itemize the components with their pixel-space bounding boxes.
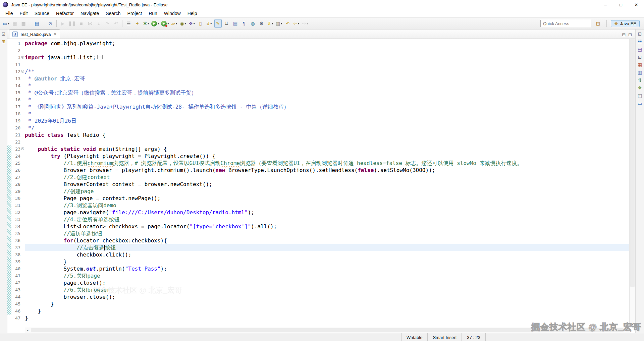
code-line-39[interactable]: 39 } xyxy=(7,258,635,265)
dropdown-arrow-icon[interactable]: ▾ xyxy=(272,22,273,25)
fold-collapse-icon[interactable]: − xyxy=(21,70,24,73)
code-line-3[interactable]: 3+import java.util.List; xyxy=(7,54,635,61)
code-line-17[interactable]: 17 * 《刚刚问世》系列初窥篇-Java+Playwright自动化测试-28… xyxy=(7,103,635,110)
open-perspective-button[interactable]: ⊞ xyxy=(594,19,602,28)
open-type-hierarchy-button[interactable]: ▤ xyxy=(232,19,239,28)
maximize-editor-icon[interactable]: ⊡ xyxy=(628,32,632,37)
code-line-16[interactable]: 16 * xyxy=(7,96,635,103)
git-staging-view-icon[interactable]: ⇅ xyxy=(638,78,642,82)
fold-collapse-icon[interactable]: − xyxy=(21,147,24,150)
code-line-26[interactable]: 26 Browser browser = playwright.chromium… xyxy=(7,167,635,174)
code-line-31[interactable]: 31 //3.浏览器访问demo xyxy=(7,202,635,209)
code-line-37[interactable]: 37 //点击复选按钮 xyxy=(7,244,635,251)
next-annotation-button[interactable]: ⇊ xyxy=(223,19,230,28)
menu-help[interactable]: Help xyxy=(184,10,201,17)
last-edit-location-button[interactable]: ↶ xyxy=(284,19,291,28)
code-line-29[interactable]: 29 //创建page xyxy=(7,188,635,195)
menu-search[interactable]: Search xyxy=(102,10,124,17)
code-line-32[interactable]: 32 page.navigate("file:///C:/Users/duhon… xyxy=(7,209,635,216)
menu-file[interactable]: File xyxy=(2,10,16,17)
menu-window[interactable]: Window xyxy=(161,10,184,17)
tab-close-icon[interactable]: ✕ xyxy=(54,32,57,37)
code-line-28[interactable]: 28 BrowserContext context = browser.newC… xyxy=(7,181,635,188)
code-line-36[interactable]: 36 for(Locator checkbox:checkboxs){ xyxy=(7,237,635,244)
code-line-21[interactable]: 21public class Test_Radio { xyxy=(7,131,635,138)
maximize-button[interactable]: □ xyxy=(613,0,629,9)
dropdown-arrow-icon[interactable]: ▾ xyxy=(194,22,195,25)
open-element-button[interactable]: ▤ xyxy=(33,19,41,28)
web-browser-button[interactable]: ◍ xyxy=(249,19,257,28)
restore-view-icon[interactable]: ⊡ xyxy=(638,32,642,36)
resume-button[interactable]: ▶ xyxy=(59,19,66,28)
dropdown-arrow-icon[interactable]: ▾ xyxy=(158,22,159,25)
new-snippet-button[interactable]: ▨▾ xyxy=(275,19,283,28)
fold-expand-icon[interactable]: + xyxy=(21,56,24,59)
dropdown-arrow-icon[interactable]: ▾ xyxy=(185,22,186,25)
code-line-12[interactable]: 12−/** xyxy=(7,68,635,75)
save-all-button[interactable]: ▩ xyxy=(20,19,27,28)
menu-project[interactable]: Project xyxy=(124,10,146,17)
quick-access-input[interactable] xyxy=(540,20,591,27)
debug-button[interactable]: ✱▾ xyxy=(142,19,150,28)
dropdown-arrow-icon[interactable]: ▾ xyxy=(167,22,169,25)
console-view-icon[interactable]: ▭ xyxy=(638,101,642,106)
run-on-server-button[interactable]: ⚙ xyxy=(258,19,265,28)
close-button[interactable]: ✕ xyxy=(629,0,644,9)
code-line-22[interactable]: 22 xyxy=(7,138,635,146)
dropdown-arrow-icon[interactable]: ▾ xyxy=(298,22,299,25)
menu-edit[interactable]: Edit xyxy=(16,10,31,17)
coverage-button[interactable]: ◉▾ xyxy=(179,19,187,28)
tab-test-radio-java[interactable]: J Test_Radio.java ✕ xyxy=(9,30,60,39)
open-task-button[interactable]: ▯ xyxy=(197,19,204,28)
run-last-launch-button[interactable]: ☰ xyxy=(125,19,132,28)
minimize-button[interactable]: – xyxy=(598,0,613,9)
step-into-button[interactable]: ⇣ xyxy=(95,19,102,28)
dropdown-arrow-icon[interactable]: ▾ xyxy=(8,22,9,25)
task-list-view-icon[interactable]: ▤ xyxy=(638,47,642,52)
code-line-46[interactable]: 46 } xyxy=(7,307,635,315)
profile-button[interactable]: ✦ xyxy=(133,19,141,28)
vertical-scrollbar-thumb[interactable] xyxy=(630,39,635,287)
code-line-23[interactable]: 23− public static void main(String[] arg… xyxy=(7,146,635,153)
code-line-13[interactable]: 13 * @author 北京-宏哥 xyxy=(7,75,635,82)
search-button[interactable]: ☌▾ xyxy=(206,19,213,28)
project-explorer-view-icon[interactable]: ❖ xyxy=(638,86,642,90)
menu-navigate[interactable]: Navigate xyxy=(77,10,102,17)
code-line-47[interactable]: 47} xyxy=(7,315,635,322)
code-line-11[interactable]: 11 xyxy=(7,61,635,68)
vertical-scrollbar[interactable]: ▾ xyxy=(629,39,635,327)
code-line-27[interactable]: 27 //2.创建context xyxy=(7,174,635,181)
disconnect-button[interactable]: ⋈ xyxy=(86,19,94,28)
new-web-wizard-button[interactable]: ▱▾ xyxy=(171,19,178,28)
restore-editor-icon[interactable]: ⊡ xyxy=(638,55,642,59)
servers-view-icon[interactable]: ▦ xyxy=(638,62,642,67)
code-line-19[interactable]: 19 * 2025年01月26日 xyxy=(7,117,635,124)
java-ee-perspective-button[interactable]: ❖ Java EE xyxy=(611,20,640,27)
dropdown-arrow-icon[interactable]: ▾ xyxy=(148,22,149,25)
outline-view-icon[interactable]: ☷ xyxy=(638,39,642,44)
code-line-33[interactable]: 33 //4.定位所有单选按钮 xyxy=(7,216,635,223)
code-line-14[interactable]: 14 * xyxy=(7,82,635,89)
external-tools-button[interactable]: ▶▾ xyxy=(161,19,169,28)
menu-run[interactable]: Run xyxy=(145,10,161,17)
code-editor[interactable]: 1package com.bjhg.playwright;23+import j… xyxy=(7,39,635,333)
code-line-34[interactable]: 34 List<Locator> checkboxs = page.locato… xyxy=(7,223,635,230)
code-line-40[interactable]: 40 System.out.println("Test Pass"); xyxy=(7,265,635,272)
code-line-45[interactable]: 45 } xyxy=(7,300,635,307)
code-line-38[interactable]: 38 checkbox.click(); xyxy=(7,251,635,258)
suspend-button[interactable]: ❚❚ xyxy=(68,19,76,28)
menu-refactor[interactable]: Refactor xyxy=(53,10,77,17)
toggle-mark-occurrences-button[interactable]: ✎ xyxy=(214,19,222,28)
dropdown-arrow-icon[interactable]: ▾ xyxy=(210,22,212,25)
show-whitespace-button[interactable]: ¶ xyxy=(240,19,248,28)
package-explorer-icon[interactable]: ⊞ xyxy=(2,39,6,44)
snippets-view-icon[interactable]: ◳ xyxy=(638,93,642,98)
dropdown-arrow-icon[interactable]: ▾ xyxy=(176,22,177,25)
code-line-2[interactable]: 2 xyxy=(7,47,635,54)
minimize-editor-icon[interactable]: ⊟ xyxy=(622,32,626,37)
dropdown-arrow-icon[interactable]: ▾ xyxy=(281,22,282,25)
scroll-left-icon[interactable]: ◂ xyxy=(25,329,30,332)
properties-view-icon[interactable]: ▥ xyxy=(638,70,642,75)
terminate-button[interactable]: ■ xyxy=(77,19,85,28)
skip-all-breakpoints-button[interactable]: ⊘ xyxy=(47,19,54,28)
